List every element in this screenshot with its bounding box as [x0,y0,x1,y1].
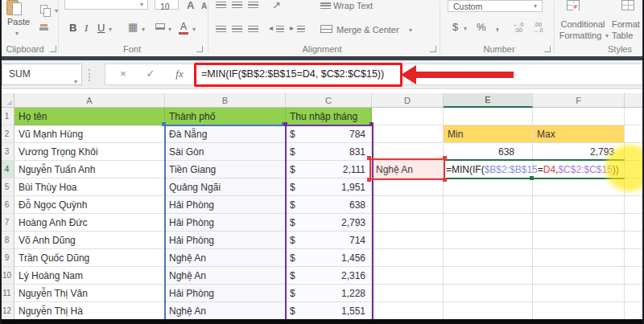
row-header-8[interactable]: 8 [0,232,14,249]
fill-color-caret-icon[interactable]: ▾ [168,27,171,33]
accounting-format-icon[interactable]: $ [452,22,458,32]
cell[interactable]: Thành phố [165,108,286,125]
font-color-caret-icon[interactable]: ▾ [192,27,196,33]
align-right-icon[interactable] [248,26,258,33]
cell[interactable] [444,267,533,285]
cell[interactable]: Vương Trọng Khôi [14,143,165,161]
column-header-B[interactable]: B [165,93,286,108]
cell[interactable] [372,125,444,143]
range-b-handle-left[interactable] [162,122,166,126]
cell[interactable] [444,232,533,249]
cell[interactable] [533,232,625,249]
conditional-formatting-button-line2[interactable]: Formatting [554,31,607,40]
cell[interactable]: Đà Nẵng [165,125,286,143]
cell[interactable]: $784 [286,125,372,143]
borders-caret-icon[interactable]: ▾ [142,27,145,33]
cell[interactable] [372,285,444,302]
cell[interactable]: $2,793 [286,214,372,232]
column-header-D[interactable]: D [372,93,444,108]
align-middle-icon[interactable] [232,2,242,9]
percent-style-icon[interactable]: % [477,22,486,32]
conditional-formatting-button[interactable]: Conditional [554,19,612,29]
cell[interactable] [444,285,533,302]
row-header-3[interactable]: 3 [0,143,14,161]
cell[interactable]: $638 [286,196,372,214]
select-all-corner[interactable] [0,93,14,108]
column-header-F[interactable]: F [533,93,625,108]
cell[interactable] [533,108,625,125]
cell[interactable] [372,302,444,320]
cell[interactable]: $1,951 [286,178,372,196]
row-header-4[interactable]: 4 [0,161,14,178]
cell[interactable]: Max [533,125,625,143]
grow-font-icon[interactable]: A [187,0,194,10]
cell[interactable]: Bùi Thùy Hoa [14,178,165,196]
font-dialog-launcher-icon[interactable] [196,46,203,52]
cell[interactable] [625,196,644,214]
cell[interactable]: Tiền Giang [165,161,286,178]
d4-handle-tl[interactable] [367,156,371,160]
cell[interactable]: Nguyễn Thị Hà [14,302,165,320]
cell[interactable] [533,249,625,267]
merge-center-button[interactable]: Merge & Center [336,25,411,35]
d4-handle-br[interactable] [443,178,447,182]
decrease-indent-icon[interactable]: ◂ [269,24,273,32]
cell[interactable] [625,249,644,267]
cell[interactable]: Họ tên [14,108,165,125]
format-painter-icon[interactable] [40,24,47,27]
cell[interactable]: Thu nhập tháng [286,108,372,125]
number-dialog-launcher-icon[interactable] [544,46,551,52]
cell[interactable]: Nghệ An [165,302,286,320]
cell[interactable]: Nguyễn Tuấn Anh [14,161,165,178]
name-box-caret-icon[interactable]: ▾ [74,72,77,92]
row-header-7[interactable]: 7 [0,214,14,232]
cell[interactable] [372,143,444,161]
row-header-9[interactable]: 9 [0,249,14,267]
cell[interactable] [372,249,444,267]
column-header-A[interactable]: A [14,93,165,108]
increase-indent-icon[interactable]: ▸ [290,24,294,32]
number-format-select[interactable]: Custom [448,0,543,12]
cell[interactable]: Trần Quốc Dũng [14,249,165,267]
cell[interactable] [444,108,533,125]
cell[interactable] [625,302,644,320]
format-as-table-button-line2[interactable]: Table [612,31,644,40]
increase-decimal-icon[interactable]: ←.0 .00 [510,22,526,33]
row-header-5[interactable]: 5 [0,178,14,196]
cell[interactable]: Vũ Mạnh Hùng [14,125,165,143]
cell[interactable]: Lý Hoàng Nam [14,267,165,285]
cell[interactable]: $831 [286,143,372,161]
column-header-C[interactable]: C [286,93,372,108]
cell[interactable] [533,267,625,285]
orientation-icon[interactable]: ↗ [272,0,281,10]
accounting-caret-icon[interactable]: ▾ [464,26,467,32]
cell[interactable] [625,214,644,232]
cell[interactable]: Nguyễn Thị Vân [14,285,165,302]
row-header-12[interactable]: 12 [0,302,14,320]
name-box[interactable]: SUM ▾ [2,64,82,85]
row-header-6[interactable]: 6 [0,196,14,214]
shrink-font-icon[interactable]: A [201,2,207,10]
cell[interactable]: 638 [444,143,533,161]
cell[interactable]: $2,111 [286,161,372,178]
align-left-icon[interactable] [216,26,226,33]
cell[interactable]: Nghệ An [165,249,286,267]
cell[interactable]: $2,316 [286,267,372,285]
cancel-icon[interactable]: × [111,64,135,85]
cell[interactable] [372,196,444,214]
cell[interactable] [625,108,644,125]
row-header-2[interactable]: 2 [0,125,14,143]
cell[interactable] [372,178,444,196]
font-name-select[interactable] [64,0,148,10]
bold-button[interactable]: B [69,23,76,33]
cell[interactable]: =MIN(IF($B$2:$B$15=D4, $C$2:$C$15)) [444,161,533,178]
cell[interactable] [444,178,533,196]
font-color-icon[interactable]: A [180,22,187,31]
cell[interactable] [372,232,444,249]
enter-icon[interactable]: ✓ [138,64,163,85]
align-bottom-icon[interactable] [248,2,258,9]
cell[interactable] [372,214,444,232]
cell[interactable]: $714 [286,232,372,249]
insert-function-icon[interactable]: fx [167,64,192,85]
cell[interactable]: Hải Phòng [165,196,286,214]
